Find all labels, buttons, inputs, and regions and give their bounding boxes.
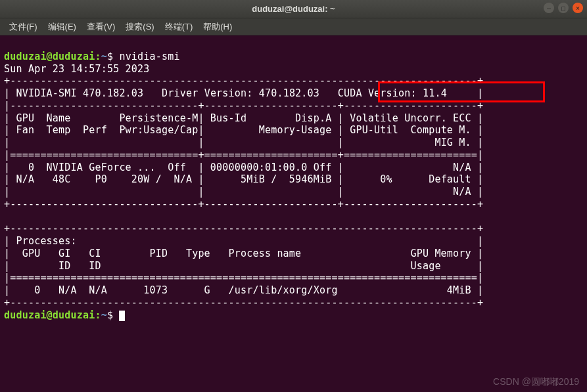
cursor <box>119 311 125 321</box>
col-r2l: Fan Temp Perf Pwr:Usage/Cap <box>10 124 198 136</box>
smi-cols-r2: | Fan Temp Perf Pwr:Usage/Cap| Memory-Us… <box>4 124 483 136</box>
prompt2-path: ~ <box>101 309 107 321</box>
smi-proc-top: +---------------------------------------… <box>4 223 483 234</box>
smi-proc-h2: | ID ID Usage | <box>4 260 483 272</box>
prompt-path: ~ <box>101 51 107 62</box>
maximize-button[interactable]: □ <box>558 3 569 13</box>
menu-terminal[interactable]: 终端(T) <box>161 20 197 34</box>
gpu0-r2r: 0% Default <box>344 173 477 185</box>
gpu0-r1m: 00000000:01:00.0 Off <box>204 162 338 173</box>
gpu0-r1l: 0 NVIDIA GeForce ... Off <box>10 162 198 173</box>
prompt2-dollar: $ <box>107 309 113 321</box>
cuda-version: CUDA Version: 11.4 <box>338 87 447 99</box>
smi-sep1: |-------------------------------+-------… <box>4 100 483 112</box>
gpu0-r3r: N/A <box>344 186 477 198</box>
prompt-dollar: $ <box>107 51 113 62</box>
menu-view[interactable]: 查看(V) <box>83 20 119 34</box>
minimize-button[interactable]: – <box>544 3 554 13</box>
gpu0-r2l: N/A 48C P0 20W / N/A <box>10 173 198 185</box>
close-button[interactable]: × <box>573 3 583 13</box>
proc-row: 0 N/A N/A 1073 G /usr/lib/xorg/Xorg 4MiB <box>10 284 477 296</box>
window-buttons: – □ × <box>544 3 583 13</box>
col-r2m: Memory-Usage <box>204 124 338 136</box>
driver-version: Driver Version: 470.182.03 <box>162 87 319 99</box>
col-r1l: GPU Name Persistence-M <box>10 112 198 124</box>
smi-proc-title: | Processes: | <box>4 235 483 247</box>
smi-sep2: |===============================+=======… <box>4 149 483 161</box>
menu-edit[interactable]: 编辑(E) <box>44 20 80 34</box>
menu-help[interactable]: 帮助(H) <box>199 20 236 34</box>
gpu0-r3: | | | N/A | <box>4 186 483 198</box>
col-r1r: Volatile Uncorr. ECC <box>344 112 477 124</box>
blank-line <box>4 211 483 223</box>
gpu0-r2: | N/A 48C P0 20W / N/A | 5MiB / 5946MiB … <box>4 173 483 185</box>
proc-h2: ID ID Usage <box>10 260 477 272</box>
watermark: CSDN @圆嘟嘟2019 <box>493 376 579 388</box>
prompt2-colon: : <box>95 309 101 321</box>
gpu0-r1: | 0 NVIDIA GeForce ... Off | 00000000:01… <box>4 162 483 173</box>
prompt-colon: : <box>95 51 101 62</box>
smi-version: NVIDIA-SMI 470.182.03 <box>16 87 143 99</box>
gpu0-r1r: N/A <box>344 162 477 173</box>
proc-title: Processes: <box>10 235 77 247</box>
smi-proc-row: | 0 N/A N/A 1073 G /usr/lib/xorg/Xorg 4M… <box>4 284 483 296</box>
terminal-area[interactable]: duduzai@duduzai:~$ nvidia-smi Sun Apr 23… <box>0 35 587 324</box>
smi-proc-sep: |=======================================… <box>4 272 483 284</box>
smi-proc-bot: +---------------------------------------… <box>4 297 483 309</box>
smi-border-top: +---------------------------------------… <box>4 75 483 87</box>
window-title: duduzai@duduzai: ~ <box>252 4 335 14</box>
menu-file[interactable]: 文件(F) <box>5 20 41 34</box>
gpu0-r3m <box>204 186 338 198</box>
window-titlebar: duduzai@duduzai: ~ – □ × <box>0 0 587 18</box>
col-r1m: Bus-Id Disp.A <box>204 112 338 124</box>
smi-cols-r3: | | | MIG M. | <box>4 137 483 148</box>
col-r3m <box>204 137 338 148</box>
proc-h1: GPU GI CI PID Type Process name GPU Memo… <box>10 248 477 259</box>
menu-search[interactable]: 搜索(S) <box>122 20 158 34</box>
smi-cols-r1: | GPU Name Persistence-M| Bus-Id Disp.A … <box>4 112 483 124</box>
prompt-user: duduzai@duduzai <box>4 51 95 62</box>
command-1: nvidia-smi <box>119 51 179 62</box>
smi-proc-h1: | GPU GI CI PID Type Process name GPU Me… <box>4 248 483 259</box>
col-r3r: MIG M. <box>344 137 477 148</box>
col-r2r: GPU-Util Compute M. <box>344 124 477 136</box>
smi-sep3: +-------------------------------+-------… <box>4 198 483 210</box>
gpu0-r3l <box>10 186 198 198</box>
smi-timestamp: Sun Apr 23 14:57:55 2023 <box>4 63 150 75</box>
col-r3l <box>10 137 198 148</box>
prompt2-user: duduzai@duduzai <box>4 309 95 321</box>
menubar: 文件(F) 编辑(E) 查看(V) 搜索(S) 终端(T) 帮助(H) <box>0 18 587 35</box>
gpu0-r2m: 5MiB / 5946MiB <box>204 173 338 185</box>
smi-header-line: | NVIDIA-SMI 470.182.03 Driver Version: … <box>4 87 483 99</box>
